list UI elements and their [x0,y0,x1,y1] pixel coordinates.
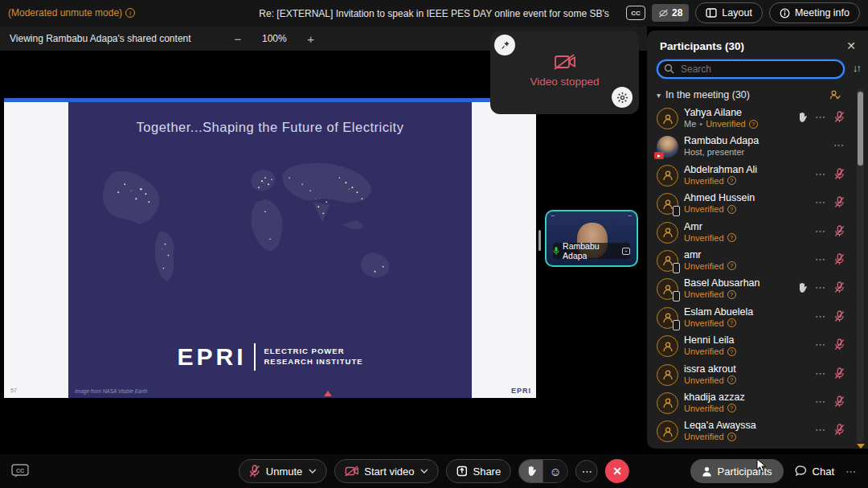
participant-row[interactable]: Henni Leila Unverified ? ⋯ [647,332,854,360]
participant-more-button[interactable]: ⋯ [815,424,826,436]
person-icon [662,341,674,352]
participant-row[interactable]: Abdelrahman Ali Unverified ? ⋯ [647,162,854,190]
participant-more-button[interactable]: ⋯ [815,225,826,237]
participant-row[interactable]: Eslam Abuelela Unverified ? ⋯ [647,304,854,332]
attendees-badge[interactable]: 28 [652,4,689,22]
participant-role: Host, presenter [684,147,744,157]
layout-button[interactable]: Layout [695,2,763,23]
avatar [657,364,678,386]
person-icon [662,199,674,210]
participant-status: Unverified [684,375,724,385]
zoom-level[interactable]: 100% [262,33,287,44]
participant-more-button[interactable]: ⋯ [815,253,826,265]
more-panels-button[interactable]: ⋯ [845,465,857,478]
participant-row[interactable]: amr Unverified ? ⋯ [647,247,854,275]
participant-more-button[interactable]: ⋯ [815,310,826,322]
participant-more-button[interactable]: ⋯ [815,367,826,379]
mic-muted-icon[interactable] [834,111,845,123]
closed-captions-button[interactable]: CC [626,6,645,20]
shared-app-right-margin: EPRI [472,102,536,398]
unverified-info-icon[interactable]: ? [727,318,736,327]
mic-muted-icon[interactable] [834,168,845,180]
raise-hand-button[interactable] [519,460,543,482]
unverified-info-icon[interactable]: ? [727,375,736,384]
participant-row[interactable]: Leqa'a Awayssa Unverified ? ⋯ [647,417,854,445]
participant-row[interactable]: Basel Abusarhan Unverified ? ⋯ [647,275,854,303]
unverified-info-icon[interactable]: ? [727,233,736,242]
mic-muted-icon[interactable] [834,338,845,351]
unverified-info-icon[interactable]: ? [727,433,736,441]
in-meeting-section-header[interactable]: ▾ In the meeting (30) [657,87,841,103]
mic-muted-icon[interactable] [834,367,845,379]
video-options-chevron-icon[interactable] [420,469,428,474]
participant-more-button[interactable]: ⋯ [833,139,845,151]
participant-row[interactable]: khadija azzaz Unverified ? ⋯ [647,389,854,417]
mic-muted-icon [249,465,260,478]
scrollbar-thumb[interactable] [858,92,863,166]
close-panel-button[interactable]: ✕ [844,39,858,53]
captions-toggle-button[interactable]: CC [11,464,29,478]
meeting-info-button[interactable]: Meeting info [769,2,860,23]
slide-title: Together...Shaping the Future of Electri… [68,120,472,135]
participant-row[interactable]: Ahmed Hussein Unverified ? ⋯ [647,190,854,218]
participant-more-button[interactable]: ⋯ [815,281,826,293]
unverified-info-icon[interactable]: ? [727,290,736,299]
attendee-privilege-icon[interactable] [829,89,841,100]
participant-subline: Unverified ? [684,204,736,214]
participant-name: Amr [684,221,702,232]
participant-row[interactable]: Amr Unverified ? ⋯ [647,219,854,247]
mic-muted-icon[interactable] [834,253,845,265]
filmstrip-drag-handle[interactable] [538,230,541,251]
participant-row[interactable]: issra akrout Unverified ? ⋯ [647,361,854,389]
unmute-button[interactable]: Unmute [239,459,327,483]
epri-logo-word: EPRI [177,343,246,371]
mic-muted-icon[interactable] [834,424,845,436]
epri-logo: EPRI ELECTRIC POWER RESEARCH INSTITUTE [68,343,472,371]
zoom-out-button[interactable]: − [231,32,244,46]
mic-muted-icon[interactable] [834,281,845,293]
mic-muted-icon[interactable] [834,310,845,322]
mic-muted-icon[interactable] [834,196,845,208]
unverified-info-icon[interactable]: ? [727,261,736,270]
participant-more-button[interactable]: ⋯ [815,338,826,351]
panel-scrollbar[interactable] [857,88,864,442]
participant-row[interactable]: Rambabu Adapa Host, presenter ⋯ [647,133,854,161]
expand-icon: + [622,248,630,255]
mobile-device-badge [673,291,680,301]
search-input[interactable] [657,59,845,79]
mic-muted-icon[interactable] [834,396,845,408]
person-icon [662,170,674,181]
sort-participants-button[interactable]: ↓↑ [853,62,860,74]
share-icon [456,465,467,477]
participants-title: Participants (30) [660,40,744,52]
participant-row[interactable]: Yahya Ailane Me • Unverified ? ⋯ [647,105,854,133]
participants-toggle-button[interactable]: Participants [690,459,784,483]
zoom-in-button[interactable]: + [305,32,317,46]
unmute-options-chevron-icon[interactable] [308,469,316,474]
start-video-button[interactable]: Start video [334,459,438,483]
participant-more-button[interactable]: ⋯ [815,196,826,208]
participant-more-button[interactable]: ⋯ [815,168,826,180]
unverified-info-icon[interactable]: ? [727,176,736,185]
more-options-button[interactable]: ⋯ [575,460,598,482]
leave-meeting-button[interactable]: ✕ [605,459,629,483]
camera-settings-button[interactable] [612,87,633,108]
participant-more-button[interactable]: ⋯ [815,396,826,408]
active-speaker-thumbnail[interactable]: ▪▪▪▪▪▪ Rambabu Adapa + [545,210,638,267]
participant-status: Unverified [684,432,724,441]
chat-icon [795,465,807,477]
unverified-info-icon[interactable]: ? [727,205,736,214]
reactions-button[interactable]: ☺ [543,460,567,482]
participant-role: Me [684,119,696,129]
participant-more-button[interactable]: ⋯ [815,111,826,123]
self-video-panel[interactable]: Video stopped [490,31,639,114]
scrollbar-down-arrow[interactable] [857,444,865,449]
participant-subline: Me • Unverified ? [684,119,758,129]
unverified-info-icon[interactable]: ? [727,404,736,412]
share-button[interactable]: Share [445,459,511,483]
unverified-info-icon[interactable]: ? [727,347,736,356]
unverified-info-icon[interactable]: ? [749,120,758,129]
chat-toggle-button[interactable]: Chat [795,465,834,478]
shared-content: 57 EPRI Together...Shaping the Future of… [4,98,536,398]
mic-muted-icon[interactable] [834,225,845,237]
